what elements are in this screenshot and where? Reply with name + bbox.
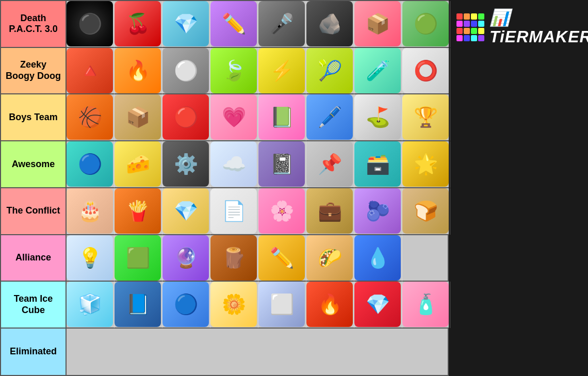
tier-item-yellow2[interactable]: 🌟 [402,141,450,188]
tier-item-trophy[interactable]: 🏆 [402,94,450,141]
char-art-firey2: 🔥 [306,282,353,327]
tier-item-purple-pen[interactable]: ✏️ [210,1,258,47]
tier-item-black-hole[interactable]: ⚫ [67,1,115,47]
tiermaker-logo: 📊 TiERMAKER [456,8,588,46]
tier-item-cyan-shape[interactable]: 💎 [162,1,210,47]
tier-item-cloud[interactable]: ☁️ [210,141,258,188]
char-emoji-cardboard: 📦 [115,94,161,140]
tier-item-red-box[interactable]: 🔴 [162,94,210,141]
tier-item-pen[interactable]: 🖊️ [306,94,354,141]
tier-item-notebook[interactable]: 📓 [258,141,306,188]
char-emoji-blue: 💧 [354,235,401,281]
char-art-pink-shape: 📦 [354,1,401,46]
char-emoji-firey2: 🔥 [306,282,353,327]
tier-item-flower[interactable]: 🌼 [210,282,258,328]
char-emoji-slimey: 🟩 [115,235,161,281]
tier-item-toast[interactable]: 🍞 [402,188,450,235]
char-emoji-cyan-shape: 💎 [162,1,209,46]
logo-cell-6 [471,21,477,27]
char-art-red-box: 🔴 [162,94,209,140]
char-art-yellow2: 🌟 [402,141,449,187]
tier-item-icecube[interactable]: 🧊 [67,282,115,328]
tier-item-slimey[interactable]: 🟩 [115,235,162,282]
char-emoji-cake: 🎂 [67,188,113,234]
char-emoji-pen: 🖊️ [306,94,353,140]
char-art-ruby: 💎 [354,282,401,327]
char-art-lightning: ⚡ [258,48,305,93]
tier-item-test-tube[interactable]: 🧪 [354,48,402,94]
tier-item-cake[interactable]: 🎂 [67,188,115,235]
tier-item-diamond[interactable]: 💎 [162,188,210,235]
tier-item-bush[interactable]: 🌸 [258,188,306,235]
tier-item-golf-ball[interactable]: ⚪ [162,48,210,94]
tier-items-eliminated [66,329,448,375]
tier-item-book-pink[interactable]: 📗 [258,94,306,141]
tier-item-taco[interactable]: 🌮 [306,235,354,282]
char-emoji-lightning: ⚡ [258,48,305,93]
tier-item-cherry[interactable]: 🍒 [115,1,162,47]
tier-item-teal-ball[interactable]: 🔵 [67,141,115,188]
tier-item-stick[interactable]: 🪵 [210,235,258,282]
char-art-fries: 🍟 [115,188,161,234]
tier-item-blue[interactable]: 💧 [354,235,402,282]
tier-item-book2[interactable]: 📘 [115,282,162,328]
char-art-cloud: ☁️ [210,141,257,187]
char-emoji-microphone: 🎤 [258,1,305,46]
char-emoji-toast: 🍞 [402,188,449,234]
logo-cell-11 [478,28,484,34]
char-emoji-trophy: 🏆 [402,94,449,140]
tier-row-boys: Boys Team🏀📦🔴💗📗🖊️⛳🏆 [1,94,448,141]
char-emoji-suitcase: 💼 [306,188,353,234]
char-emoji-book-pink: 📗 [258,94,305,140]
tier-item-green-blob[interactable]: 🟢 [402,1,450,47]
tier-item-ruby[interactable]: 💎 [354,282,402,328]
char-art-diamond: 💎 [162,188,209,234]
tier-item-soap[interactable]: 🧴 [402,282,450,328]
char-emoji-golf2: ⛳ [354,94,401,140]
tier-item-square[interactable]: ⬜ [258,282,306,328]
char-emoji-stick: 🪵 [210,235,257,281]
char-art-lightbulb: 💡 [67,235,113,281]
char-emoji-leafy: 🍃 [210,48,257,93]
char-emoji-tire: ⚙️ [162,141,209,187]
tier-item-purple3[interactable]: 🔮 [162,235,210,282]
logo-cell-4 [456,21,463,27]
logo-cell-14 [471,35,477,41]
tier-item-tissues[interactable]: 🗃️ [354,141,402,188]
tier-item-golf2[interactable]: ⛳ [354,94,402,141]
tier-item-tire[interactable]: ⚙️ [162,141,210,188]
char-art-red-shape: 🔺 [67,48,113,93]
tier-item-firey2[interactable]: 🔥 [306,282,354,328]
char-emoji-tennis: 🎾 [306,48,353,93]
tier-item-cardboard[interactable]: 📦 [115,94,162,141]
tier-item-pink-shape[interactable]: 📦 [354,1,402,47]
tier-item-lightbulb[interactable]: 💡 [67,235,115,282]
tier-item-purple2[interactable]: 🫐 [354,188,402,235]
char-emoji-tissues: 🗃️ [354,141,401,187]
tier-item-white-ball[interactable]: ⭕ [402,48,450,94]
tier-item-fries[interactable]: 🍟 [115,188,162,235]
tier-item-suitcase[interactable]: 💼 [306,188,354,235]
tier-item-pencil[interactable]: ✏️ [258,235,306,282]
tier-item-pinky[interactable]: 💗 [210,94,258,141]
tier-item-basketball[interactable]: 🏀 [67,94,115,141]
tier-item-microphone[interactable]: 🎤 [258,1,306,47]
tier-item-leafy[interactable]: 🍃 [210,48,258,94]
char-emoji-test-tube: 🧪 [354,48,401,93]
tier-item-red-shape[interactable]: 🔺 [67,48,115,94]
char-art-blueball: 🔵 [162,282,209,327]
tier-label-zeeky: Zeeky Boogy Doog [1,48,66,94]
tier-item-needle[interactable]: 📌 [306,141,354,188]
char-art-cheese: 🧀 [115,141,161,187]
tier-item-blueball[interactable]: 🔵 [162,282,210,328]
char-art-tennis: 🎾 [306,48,353,93]
char-art-golf-ball: ⚪ [162,48,209,93]
tier-item-tennis[interactable]: 🎾 [306,48,354,94]
tier-item-firey[interactable]: 🔥 [115,48,162,94]
tier-items-boys: 🏀📦🔴💗📗🖊️⛳🏆 [66,94,450,140]
tier-item-paper[interactable]: 📄 [210,188,258,235]
char-art-tire: ⚙️ [162,141,209,187]
tier-item-cheese[interactable]: 🧀 [115,141,162,188]
tier-item-lightning[interactable]: ⚡ [258,48,306,94]
tier-item-dark-shape[interactable]: 🪨 [306,1,354,47]
